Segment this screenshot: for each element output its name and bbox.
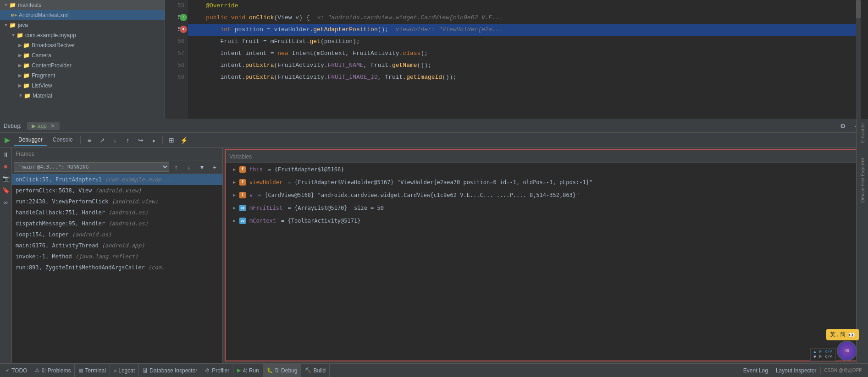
thread-select[interactable]: "main"@4,3...": RUNNING bbox=[14, 162, 169, 172]
step-out-btn[interactable]: ↑ bbox=[122, 134, 134, 146]
var-item-mfruitlist[interactable]: ▶ oo mFruitList = {ArrayList@5170} size … bbox=[226, 202, 865, 214]
debug-header: Debug: ▶ app ✕ ⚙ — bbox=[0, 119, 868, 133]
status-database-inspector[interactable]: 🗄 Database Inspector bbox=[139, 364, 201, 377]
folder-icon-java: 📁 bbox=[9, 20, 16, 30]
var-item-mcontext[interactable]: ▶ oo mContext = {ToolbarActivity@5171} bbox=[226, 214, 865, 227]
status-todo[interactable]: ✓ TODO bbox=[2, 364, 31, 377]
status-profiler[interactable]: ⏱ Profiler bbox=[201, 364, 233, 377]
breakpoint-badge-55[interactable]: ● bbox=[180, 26, 187, 33]
frame-item-3[interactable]: handleCallback:751, Handler (android.os) bbox=[12, 207, 222, 218]
frame-method-4: dispatchMessage:95, Handler bbox=[16, 220, 105, 227]
thread-filter-btn[interactable]: ▾ bbox=[196, 161, 208, 173]
frame-item-6[interactable]: main:6176, ActivityThread (android.app) bbox=[12, 240, 222, 251]
debug-settings-btn[interactable]: ⚙ bbox=[837, 120, 849, 132]
frame-item-8[interactable]: run:893, ZygoteInit$MethodAndArgsCaller … bbox=[12, 262, 222, 273]
frame-item-0[interactable]: onClick:55, FruitAdapter$1 (com.example.… bbox=[12, 174, 222, 185]
frame-item-1[interactable]: performClick:5638, View (android.view) bbox=[12, 185, 222, 196]
tree-item-contentprovider[interactable]: ▶ 📁 ContentProvider bbox=[0, 60, 165, 71]
frames-list: onClick:55, FruitAdapter$1 (com.example.… bbox=[12, 174, 222, 363]
debug-label: Debug: bbox=[4, 123, 22, 129]
run-to-cursor-btn[interactable]: ↪ bbox=[135, 134, 147, 146]
status-problems[interactable]: ⚠ 6: Problems bbox=[31, 364, 75, 377]
tree-item-material[interactable]: ▼ 📁 Material bbox=[0, 91, 165, 101]
debug-close-icon[interactable]: ✕ bbox=[50, 123, 55, 129]
tree-item-camera[interactable]: ▶ 📁 Camera bbox=[0, 50, 165, 60]
tree-arrow-com-example: ▼ bbox=[11, 30, 16, 40]
debug-app-tab[interactable]: ▶ app ✕ bbox=[27, 122, 60, 130]
status-build[interactable]: 🔨 Build bbox=[301, 364, 330, 377]
thread-down-btn[interactable]: ↓ bbox=[183, 161, 195, 173]
tree-label-material: Material bbox=[33, 91, 52, 101]
var-icon-mcontext: oo bbox=[239, 218, 246, 224]
tab-debugger[interactable]: Debugger bbox=[14, 135, 47, 146]
emulator-vertical-tab[interactable]: Emulator bbox=[860, 121, 865, 145]
tree-item-java[interactable]: ▼ 📁 java bbox=[0, 20, 165, 30]
status-logcat[interactable]: ≡ Logcat bbox=[110, 364, 139, 377]
tree-label-contentprovider: ContentProvider bbox=[32, 60, 72, 71]
frame-class-2: (android.view) bbox=[112, 198, 158, 205]
run-icon: ▶ bbox=[237, 367, 241, 373]
tree-item-broadcastreciver[interactable]: ▶ 📁 BroadcastReciver bbox=[0, 40, 165, 50]
status-terminal[interactable]: ▤ Terminal bbox=[75, 364, 110, 377]
logcat-icon: ≡ bbox=[114, 368, 116, 373]
terminal-icon: ▤ bbox=[78, 367, 83, 373]
frame-class-4: (android.os) bbox=[108, 220, 148, 227]
tree-item-manifests[interactable]: ▼ 📁 manifests bbox=[0, 0, 165, 10]
profiler-label: Profiler bbox=[212, 367, 229, 374]
avatar-circle[interactable]: 49 bbox=[837, 341, 857, 361]
net-up: ▲ 0 k/s bbox=[813, 350, 833, 355]
tree-item-com-example[interactable]: ▼ 📁 com.example.myapp bbox=[0, 30, 165, 40]
var-item-v[interactable]: ▶ f v = {CardView@5168} "androidx.cardvi… bbox=[226, 189, 865, 202]
problems-icon: ⚠ bbox=[35, 367, 39, 373]
build-icon: 🔨 bbox=[305, 367, 311, 373]
var-item-this[interactable]: ▶ f this = {FruitAdapter$1@5166} bbox=[226, 163, 865, 176]
tab-console[interactable]: Console bbox=[48, 135, 77, 146]
code-line-59: intent.putExtra(FruitActivity.FRUIT_IMAG… bbox=[188, 71, 861, 83]
side-toolbar: ⏸ ■ 📷 🔖 ∞ bbox=[0, 148, 12, 363]
debug-toolbar: ▶ Debugger Console ≡ ↗ ↓ ↑ ↪ ⬧ ⊞ ⚡ ⊡ bbox=[0, 133, 868, 148]
frame-item-4[interactable]: dispatchMessage:95, Handler (android.os) bbox=[12, 218, 222, 229]
thread-up-btn[interactable]: ↑ bbox=[170, 161, 182, 173]
status-event-log[interactable]: Event Log bbox=[740, 367, 772, 374]
step-into-btn[interactable]: ↓ bbox=[109, 134, 121, 146]
evaluate-btn[interactable]: ⬧ bbox=[148, 134, 160, 146]
watches-btn[interactable]: ⊞ bbox=[166, 134, 177, 146]
var-eq-v: = {CardView@5168} "androidx.cardview.wid… bbox=[254, 191, 579, 200]
file-tree: ▼ 📁 manifests MF AndroidManifest.xml ▼ 📁… bbox=[0, 0, 165, 119]
memory-btn[interactable]: ⚡ bbox=[178, 134, 190, 146]
pause-btn[interactable]: ⏸ bbox=[1, 149, 11, 159]
tree-item-androidmanifest[interactable]: MF AndroidManifest.xml bbox=[0, 10, 165, 20]
status-debug[interactable]: 🐛 5: Debug bbox=[263, 364, 302, 377]
breakpoint-badge-54[interactable]: ↑ bbox=[180, 14, 187, 21]
tree-item-fragment[interactable]: ▶ 📁 Fragment bbox=[0, 71, 165, 81]
translation-widget[interactable]: 英 , 简 👀 bbox=[826, 329, 859, 340]
var-item-viewholder[interactable]: ▶ f viewHolder = {FruitAdapter$ViewHolde… bbox=[226, 176, 865, 189]
tree-item-listview[interactable]: ▶ 📁 ListView bbox=[0, 81, 165, 91]
var-eq-mcontext: = {ToolbarActivity@5171} bbox=[278, 216, 361, 225]
line-num-57: 57 bbox=[165, 48, 188, 60]
debug-app-name: app bbox=[38, 123, 47, 129]
device-file-explorer-vertical-tab[interactable]: Device File Explorer bbox=[860, 156, 865, 204]
problems-label: 6: Problems bbox=[41, 367, 71, 374]
frame-item-5[interactable]: loop:154, Looper (android.os) bbox=[12, 229, 222, 240]
var-eq-mfruitlist: = {ArrayList@5170} size = 50 bbox=[284, 203, 384, 213]
thread-add-btn[interactable]: + bbox=[209, 161, 221, 173]
frame-item-2[interactable]: run:22430, View$PerformClick (android.vi… bbox=[12, 196, 222, 207]
code-vscrollbar[interactable] bbox=[856, 0, 861, 119]
camera-btn[interactable]: 📷 bbox=[1, 173, 11, 183]
todo-icon: ✓ bbox=[6, 367, 10, 373]
var-arrow-v: ▶ bbox=[233, 191, 236, 200]
stop-btn[interactable]: ■ bbox=[1, 161, 11, 171]
frames-icon-btn[interactable]: ≡ bbox=[83, 134, 95, 146]
resume-btn[interactable]: ▶ bbox=[2, 135, 13, 146]
status-bar: ✓ TODO ⚠ 6: Problems ▤ Terminal ≡ Logcat… bbox=[0, 363, 868, 377]
layout-inspector-label: Layout Inspector bbox=[776, 367, 817, 374]
frame-class-8: (com. bbox=[148, 264, 165, 271]
status-run[interactable]: ▶ 4: Run bbox=[233, 364, 263, 377]
infinity-btn[interactable]: ∞ bbox=[1, 197, 11, 207]
frame-item-7[interactable]: invoke:-1, Method (java.lang.reflect) bbox=[12, 251, 222, 262]
status-layout-inspector[interactable]: Layout Inspector bbox=[772, 367, 821, 374]
var-icon-v: f bbox=[239, 192, 246, 198]
bookmark-btn[interactable]: 🔖 bbox=[1, 185, 11, 195]
step-over-btn[interactable]: ↗ bbox=[96, 134, 108, 146]
